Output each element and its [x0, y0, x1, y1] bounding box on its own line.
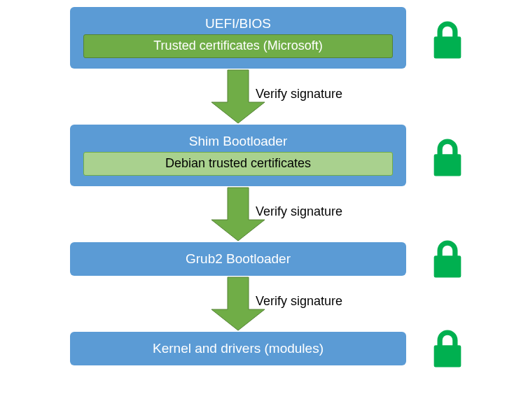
stage-title: Kernel and drivers (modules)	[153, 341, 324, 356]
stage-title: UEFI/BIOS	[205, 16, 271, 31]
stage-inner-box: Trusted certificates (Microsoft)	[83, 34, 393, 58]
lock-icon	[427, 20, 468, 63]
arrow: Verify signature	[70, 69, 406, 125]
arrow: Verify signature	[70, 186, 406, 242]
arrow: Verify signature	[70, 276, 406, 332]
inner-label: Debian trusted certificates	[165, 156, 311, 171]
stage-grub2-bootloader: Grub2 Bootloader	[70, 242, 406, 276]
stage-title: Grub2 Bootloader	[186, 251, 291, 267]
lock-icon	[427, 328, 468, 372]
arrow-label: Verify signature	[256, 294, 342, 309]
lock-icon	[427, 137, 468, 181]
inner-label: Trusted certificates (Microsoft)	[153, 38, 322, 53]
stage-title: Shim Bootloader	[189, 134, 287, 149]
arrow-label: Verify signature	[256, 87, 342, 102]
stage-uefi-bios: UEFI/BIOS Trusted certificates (Microsof…	[70, 7, 406, 69]
lock-icon	[427, 239, 468, 282]
stage-kernel-drivers: Kernel and drivers (modules)	[70, 332, 406, 365]
stage-inner-box: Debian trusted certificates	[83, 152, 393, 176]
arrow-label: Verify signature	[256, 204, 342, 219]
stage-shim-bootloader: Shim Bootloader Debian trusted certifica…	[70, 125, 406, 186]
